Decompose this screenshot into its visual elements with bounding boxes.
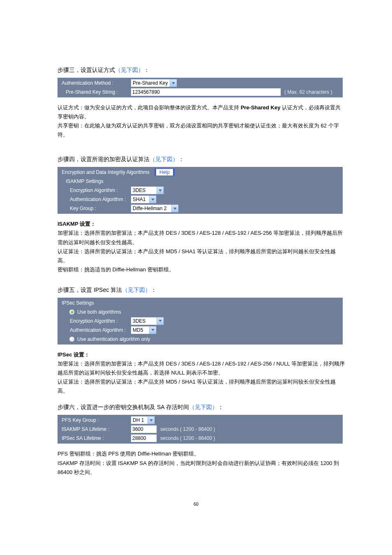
step-heading-3: 步骤三，设置认证方式（见下図）： xyxy=(58,66,392,76)
isakmp-enc-label: Encryption Algorithm : xyxy=(58,187,131,194)
isakmp-lifetime-input[interactable] xyxy=(131,425,157,433)
chevron-down-icon xyxy=(170,79,177,87)
psk-hint: ( Max. 62 characters ) xyxy=(281,89,332,95)
radio-both-label: Use both algorithms xyxy=(77,308,124,316)
pfs-lifetime-panel: PFS Key Group : DH 1 ISAKMP SA Lifetime … xyxy=(58,415,343,444)
chevron-down-icon xyxy=(149,326,156,334)
ipsec-enc-select[interactable]: 3DES xyxy=(131,317,164,325)
step-heading-4: 步骤四，设置所需的加密及认证算法（见下図）： xyxy=(58,155,392,165)
isakmp-settings-title: ISAKMP Settings xyxy=(58,178,106,185)
auth-method-value: Pre-Shared Key xyxy=(131,79,170,87)
radio-auth-only-label: Use authentication algorithm only xyxy=(77,335,152,343)
chevron-down-icon xyxy=(171,205,178,212)
auth-method-select[interactable]: Pre-Shared Key xyxy=(131,79,177,87)
ipsec-auth-select[interactable]: MD5 xyxy=(131,326,157,334)
step3-prefix: 步骤三，设置认证方式 xyxy=(58,67,115,73)
auth-method-panel: Authentication Method : Pre-Shared Key P… xyxy=(58,78,343,97)
keygroup-label: Key Group : xyxy=(58,205,131,212)
psk-input[interactable] xyxy=(131,88,281,96)
pfs-label: PFS Key Group : xyxy=(58,416,131,424)
ipsec-enc-label: Encryption Algorithm : xyxy=(58,317,131,325)
isakmp-enc-select[interactable]: 3DES xyxy=(131,186,164,194)
ipsec-lifetime-input[interactable] xyxy=(131,434,157,442)
ipsec-settings-panel: IPSec Settings Use both algorithms Encry… xyxy=(58,298,343,345)
ipsec-lifetime-label: IPSec SA Lifetime : xyxy=(58,435,131,442)
ipsec-seconds-hint: seconds ( 1200 - 86400 ) xyxy=(157,435,215,441)
step4-description: ISAKMP 设置： 加密算法：选择所需的加密算法；本产品支持 DES / 3D… xyxy=(58,220,345,274)
psk-label: Pre-Shared Key String : xyxy=(58,88,131,96)
step3-description: 认证方式：做为安全认证的方式，此项目会影响整体的设置方式。本产品支持 Pre-S… xyxy=(58,103,345,139)
radio-both-algorithms[interactable] xyxy=(69,309,75,315)
step3-paren: （见下図） xyxy=(115,67,144,73)
step3-suffix: ： xyxy=(144,67,150,73)
auth-method-label: Authentication Method : xyxy=(58,79,131,87)
ipsec-auth-label: Authentication Algorithm : xyxy=(58,326,131,334)
radio-auth-only[interactable] xyxy=(69,336,75,342)
chevron-down-icon xyxy=(149,196,156,203)
enc-integrity-title: Encryption and Data Integrity Algorithms xyxy=(58,169,152,176)
encryption-integrity-panel: Encryption and Data Integrity Algorithms… xyxy=(58,167,343,214)
help-button[interactable]: Help xyxy=(154,169,175,176)
isakmp-lifetime-label: ISAKMP SA Lifetime : xyxy=(58,426,131,433)
step-heading-5: 步骤五，设置 IPSec 算法（见下図）： xyxy=(58,286,392,296)
page-number: 60 xyxy=(0,502,392,506)
step-heading-6: 步骤六，设置进一步的密钥交换机制及 SA 存活时间（见下図）： xyxy=(58,403,392,413)
chevron-down-icon xyxy=(157,317,164,325)
step5-description: IPSec 设置： 加密算法：选择所需的加密算法；本产品支持 DES / 3DE… xyxy=(58,350,345,395)
step6-description: PFS 密钥群组：挑选 PFS 使用的 Diffie-Hellman 密钥群组。… xyxy=(58,449,345,476)
chevron-down-icon xyxy=(148,416,154,424)
ipsec-settings-title: IPSec Settings xyxy=(58,299,97,307)
chevron-down-icon xyxy=(157,187,164,194)
pfs-select[interactable]: DH 1 xyxy=(131,416,155,424)
isakmp-auth-select[interactable]: SHA1 xyxy=(131,195,157,204)
isakmp-auth-label: Authentication Algorithm : xyxy=(58,196,131,203)
isakmp-seconds-hint: seconds ( 1200 - 86400 ) xyxy=(157,426,215,432)
keygroup-select[interactable]: Diffe-Hellman 2 xyxy=(131,204,179,213)
